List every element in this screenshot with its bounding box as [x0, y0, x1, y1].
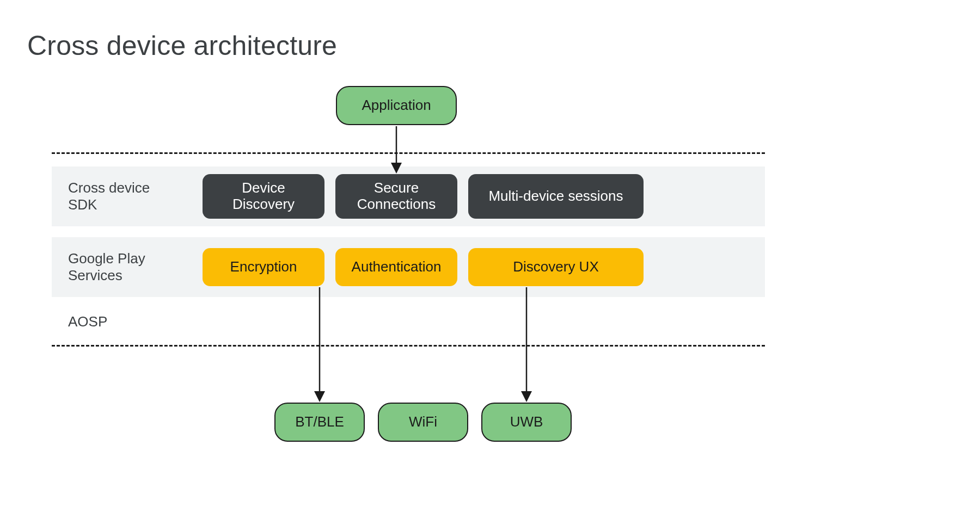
node-bt-ble: BT/BLE	[274, 403, 365, 442]
diagram-canvas: Cross device architecture Cross device S…	[0, 0, 980, 519]
label-sdk: Cross device SDK	[68, 180, 177, 213]
node-authentication: Authentication	[335, 248, 457, 286]
node-bt-ble-text: BT/BLE	[295, 414, 344, 430]
node-wifi: WiFi	[378, 403, 468, 442]
label-sdk-text: Cross device SDK	[68, 180, 150, 213]
node-application: Application	[336, 86, 457, 125]
node-uwb: UWB	[481, 403, 572, 442]
label-play-text: Google Play Services	[68, 250, 145, 283]
node-secure-connections: Secure Connections	[335, 174, 457, 219]
node-discovery-ux-text: Discovery UX	[513, 259, 598, 275]
node-device-discovery: Device Discovery	[203, 174, 324, 219]
node-encryption: Encryption	[203, 248, 324, 286]
node-secure-connections-text: Secure Connections	[345, 180, 448, 213]
label-aosp: AOSP	[68, 313, 177, 330]
node-application-text: Application	[362, 97, 431, 114]
divider-top	[52, 152, 765, 154]
node-authentication-text: Authentication	[352, 259, 442, 275]
diagram-title: Cross device architecture	[27, 30, 337, 61]
divider-bottom	[52, 345, 765, 347]
node-wifi-text: WiFi	[409, 414, 437, 430]
node-discovery-ux: Discovery UX	[468, 248, 644, 286]
label-play: Google Play Services	[68, 250, 177, 284]
node-device-discovery-text: Device Discovery	[215, 180, 313, 213]
node-uwb-text: UWB	[510, 414, 543, 430]
node-multi-device-sessions: Multi-device sessions	[468, 174, 644, 219]
label-aosp-text: AOSP	[68, 313, 107, 330]
node-encryption-text: Encryption	[230, 259, 297, 275]
node-multi-device-sessions-text: Multi-device sessions	[488, 188, 623, 205]
